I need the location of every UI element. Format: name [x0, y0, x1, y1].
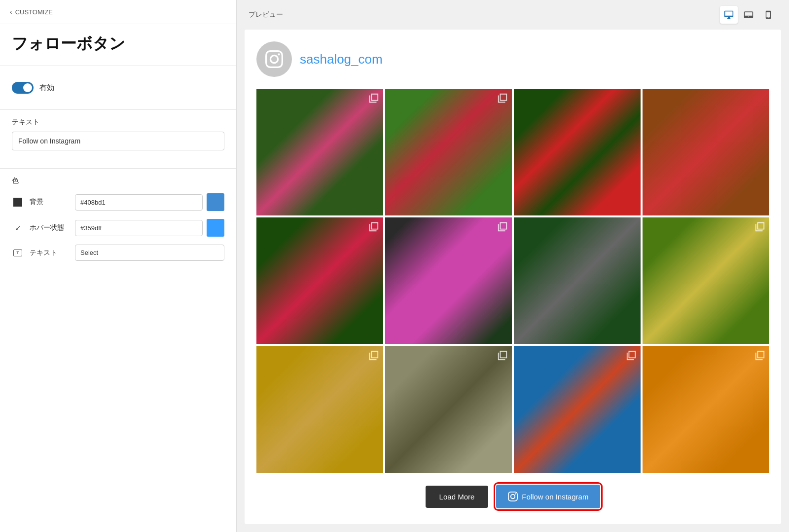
bg-color-swatch[interactable]	[207, 193, 224, 211]
photo-cell-12[interactable]	[643, 346, 769, 473]
photo-cell-8[interactable]	[643, 217, 769, 344]
preview-bar: プレビュー	[237, 0, 789, 30]
multi-icon-8	[754, 221, 765, 232]
toggle-row: 有効	[0, 74, 236, 102]
hover-color-input[interactable]	[75, 220, 203, 236]
instagram-avatar-icon	[265, 50, 283, 68]
mobile-icon	[764, 10, 773, 20]
text-input[interactable]	[12, 132, 224, 150]
instagram-header: sashalog_com	[256, 41, 769, 77]
multi-icon-5	[368, 221, 379, 232]
color-section-title: 色	[12, 177, 224, 185]
page-title: フォローボタン	[0, 24, 236, 58]
bg-input-wrap	[75, 193, 224, 211]
bg-icon-square	[13, 198, 22, 207]
tablet-icon	[744, 10, 753, 20]
photo-cell-7[interactable]	[514, 217, 641, 344]
hover-color-swatch[interactable]	[207, 219, 224, 237]
username[interactable]: sashalog_com	[300, 52, 383, 67]
photo-cell-5[interactable]	[256, 217, 383, 344]
bg-color-row: 背景	[12, 193, 224, 211]
bg-color-icon	[12, 196, 24, 208]
text-color-row: T テキスト	[12, 245, 224, 261]
back-icon: ‹	[10, 8, 12, 16]
text-icon-small: T	[13, 249, 22, 256]
photo-cell-2[interactable]	[385, 89, 512, 215]
desktop-device-btn[interactable]	[720, 6, 738, 24]
bg-label: 背景	[30, 198, 69, 207]
tablet-device-btn[interactable]	[740, 6, 757, 24]
hover-color-icon: ↙	[12, 222, 24, 234]
device-icons	[720, 6, 777, 24]
load-more-button[interactable]: Load More	[426, 486, 489, 508]
enabled-toggle[interactable]	[12, 82, 34, 94]
text-section-label: テキスト	[12, 118, 224, 127]
hover-color-row: ↙ ホバー状態	[12, 219, 224, 237]
photo-cell-4[interactable]	[643, 89, 769, 215]
cursor-icon: ↙	[13, 223, 22, 232]
multi-icon-1	[368, 93, 379, 104]
right-panel: プレビュー	[237, 0, 789, 532]
multi-icon-11	[626, 350, 637, 361]
hover-input-wrap	[75, 219, 224, 237]
multi-icon-2	[497, 93, 508, 104]
preview-label: プレビュー	[249, 10, 283, 19]
follow-instagram-button[interactable]: Follow on Instagram	[496, 485, 600, 508]
photo-cell-9[interactable]	[256, 346, 383, 473]
instagram-icon	[508, 492, 518, 501]
desktop-icon	[724, 10, 734, 20]
photo-cell-10[interactable]	[385, 346, 512, 473]
photo-cell-1[interactable]	[256, 89, 383, 215]
multi-icon-10	[497, 350, 508, 361]
text-color-label: テキスト	[30, 248, 69, 257]
photo-grid	[256, 89, 769, 473]
divider-3	[0, 168, 236, 169]
text-field-section: テキスト	[0, 118, 236, 160]
divider-2	[0, 109, 236, 110]
follow-button-label: Follow on Instagram	[522, 493, 588, 501]
bg-color-input[interactable]	[75, 194, 203, 211]
toggle-label: 有効	[39, 83, 54, 93]
buttons-row: Load More Follow on Instagram	[256, 485, 769, 508]
text-color-select[interactable]	[75, 245, 224, 261]
photo-cell-3[interactable]	[514, 89, 641, 215]
text-color-icon: T	[12, 247, 24, 259]
color-section: 色 背景 ↙ ホバー状態	[0, 177, 236, 279]
back-nav[interactable]: ‹ CUSTOMIZE	[0, 0, 236, 24]
preview-content: sashalog_com	[245, 30, 781, 524]
multi-icon-6	[497, 221, 508, 232]
text-color-input-wrap	[75, 245, 224, 261]
divider-1	[0, 66, 236, 66]
multi-icon-12	[754, 350, 765, 361]
photo-cell-11[interactable]	[514, 346, 641, 473]
avatar	[256, 41, 292, 77]
left-panel: ‹ CUSTOMIZE フォローボタン 有効 テキスト 色 背景 ↙	[0, 0, 237, 532]
multi-icon-9	[368, 350, 379, 361]
photo-cell-6[interactable]	[385, 217, 512, 344]
back-label: CUSTOMIZE	[15, 8, 53, 16]
mobile-device-btn[interactable]	[759, 6, 777, 24]
hover-label: ホバー状態	[30, 223, 69, 232]
